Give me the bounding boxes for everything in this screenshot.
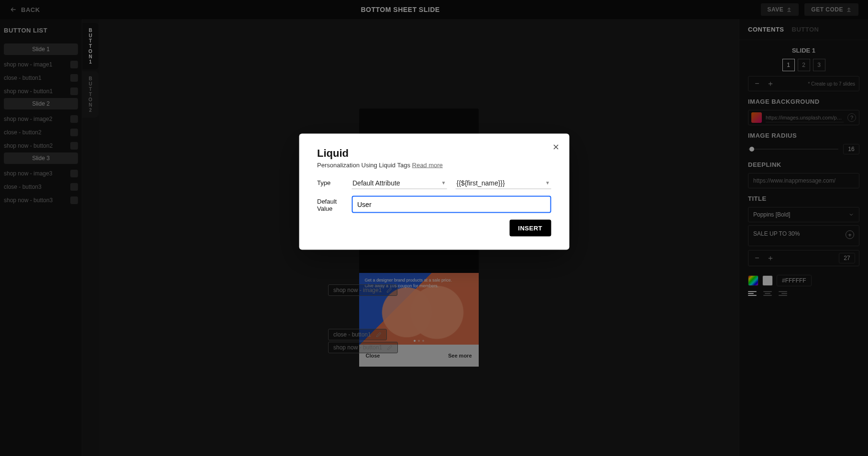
- read-more-link[interactable]: Read more: [412, 161, 443, 168]
- type-label: Type: [317, 177, 342, 186]
- default-label: Default Value: [317, 195, 342, 212]
- modal-subtitle: Personalization Using Liquid Tags Read m…: [317, 161, 551, 168]
- attribute-value: {{${first_name}}}: [457, 179, 505, 186]
- default-value-text[interactable]: [357, 200, 545, 208]
- close-icon: [551, 142, 560, 151]
- default-value-row: Default Value: [317, 195, 551, 213]
- modal-subtitle-text: Personalization Using Liquid Tags: [317, 161, 410, 168]
- caret-down-icon: ▼: [441, 180, 446, 185]
- type-dropdown[interactable]: Default Attribute ▼: [352, 177, 447, 189]
- type-row: Type Default Attribute ▼ {{${first_name}…: [317, 177, 551, 189]
- type-value: Default Attribute: [352, 179, 400, 186]
- attribute-dropdown[interactable]: {{${first_name}}} ▼: [456, 177, 551, 189]
- caret-down-icon: ▼: [545, 180, 550, 185]
- modal-title: Liquid: [317, 147, 551, 159]
- modal-close-button[interactable]: [551, 142, 560, 152]
- insert-button[interactable]: INSERT: [509, 219, 551, 236]
- liquid-modal: Liquid Personalization Using Liquid Tags…: [299, 133, 569, 250]
- default-value-input[interactable]: [352, 195, 551, 213]
